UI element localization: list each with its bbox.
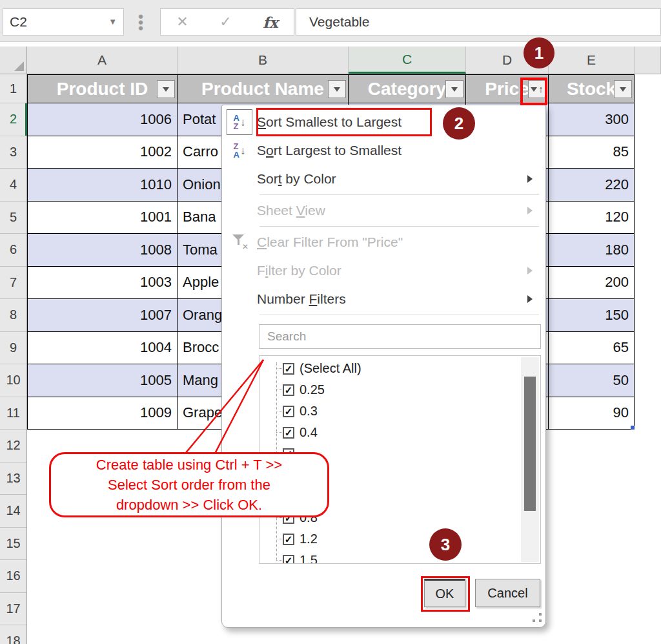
cell-E7[interactable]: 200: [549, 267, 635, 300]
menu-item-label: Filter by Color: [257, 263, 527, 278]
cell-E3[interactable]: 85: [549, 136, 635, 169]
filter-value-item-selectall[interactable]: ✓(Select All): [259, 358, 540, 379]
row-header-9[interactable]: 9: [0, 332, 26, 365]
filter-button-stock[interactable]: [614, 80, 632, 98]
row-header-7[interactable]: 7: [0, 267, 26, 300]
cell-E9[interactable]: 65: [549, 332, 635, 365]
cell-A3[interactable]: 1002: [27, 136, 178, 169]
menu-item-icon-slot: AZ↓: [222, 109, 257, 135]
row-header-1[interactable]: 1: [0, 74, 26, 103]
table-header-price[interactable]: Price↑: [466, 74, 549, 103]
column-header-C[interactable]: C: [349, 47, 466, 74]
table-header-product-id[interactable]: Product ID: [27, 74, 178, 103]
cancel-button[interactable]: Cancel: [475, 579, 540, 607]
filter-value-item-0.4[interactable]: ✓0.4: [259, 422, 540, 443]
row-header-16[interactable]: 16: [0, 560, 26, 593]
filter-value-label: 0.4: [300, 425, 318, 440]
formula-value: Vegetable: [309, 14, 369, 29]
row-header-3[interactable]: 3: [0, 136, 26, 169]
resize-grip-icon[interactable]: [533, 613, 542, 622]
menu-item-number-filters[interactable]: Number Filters: [222, 285, 545, 313]
submenu-arrow-icon: [527, 207, 536, 214]
formula-enter-button[interactable]: ✓: [213, 14, 238, 30]
row-header-18[interactable]: 18: [0, 625, 26, 644]
row-header-12[interactable]: 12: [0, 430, 26, 462]
filter-button-product-id[interactable]: [157, 80, 175, 98]
step-badge-1: 1: [524, 37, 554, 68]
cell-E8[interactable]: 150: [549, 299, 635, 332]
header-label: Stock: [567, 79, 616, 99]
checkbox-icon[interactable]: ✓: [283, 555, 294, 565]
table-header-product-name[interactable]: Product Name: [178, 74, 349, 103]
cell-A11[interactable]: 1009: [27, 397, 178, 430]
cell-E2[interactable]: 300: [549, 103, 635, 136]
menu-item-sort-largest-to-smallest[interactable]: ZA↓Sort Largest to Smallest: [222, 136, 545, 165]
row-header-5[interactable]: 5: [0, 202, 26, 234]
menu-item-sort-smallest-to-largest[interactable]: AZ↓Sort Smallest to Largest: [222, 108, 545, 136]
menu-item-sort-by-color[interactable]: Sort by Color: [222, 165, 545, 193]
cell-A2[interactable]: 1006: [27, 103, 178, 136]
filter-button-category[interactable]: [445, 80, 463, 98]
filter-button-price[interactable]: ↑: [528, 80, 546, 98]
column-header-A[interactable]: A: [27, 47, 178, 74]
step-badge-2: 2: [443, 107, 475, 140]
name-box[interactable]: C2 ▼: [3, 8, 124, 36]
select-all-corner[interactable]: [0, 47, 27, 74]
callout-line: Select Sort order from the: [108, 475, 270, 495]
ok-button[interactable]: OK: [424, 579, 465, 607]
dots-separator-icon: ●●●: [137, 13, 144, 30]
table-header-category[interactable]: Category: [349, 74, 466, 103]
row-header-14[interactable]: 14: [0, 495, 26, 528]
row-header-10[interactable]: 10: [0, 364, 26, 397]
sort-ascending-icon: ↑: [538, 84, 544, 94]
table-header-stock[interactable]: Stock: [549, 74, 635, 103]
filter-arrow-icon: [451, 87, 458, 95]
scrollbar-track[interactable]: [521, 357, 539, 562]
row-header-17[interactable]: 17: [0, 593, 26, 626]
row-header-4[interactable]: 4: [0, 169, 26, 202]
cell-A8[interactable]: 1007: [27, 299, 178, 332]
chevron-down-icon[interactable]: ▼: [108, 9, 117, 35]
menu-item-icon-slot: ✕: [222, 234, 257, 250]
checkbox-icon[interactable]: ✓: [283, 363, 294, 375]
filter-value-item-0.3[interactable]: ✓0.3: [259, 400, 540, 422]
filter-button-product-name[interactable]: [328, 80, 346, 98]
cell-E6[interactable]: 180: [549, 234, 635, 267]
header-label: Category: [368, 79, 446, 99]
row-header-13[interactable]: 13: [0, 462, 26, 495]
checkbox-icon[interactable]: ✓: [283, 384, 294, 396]
row-header-6[interactable]: 6: [0, 234, 26, 267]
row-header-15[interactable]: 15: [0, 528, 26, 561]
row-header-11[interactable]: 11: [0, 397, 26, 430]
table-resize-handle[interactable]: [631, 426, 635, 430]
cell-E11[interactable]: 90: [549, 397, 635, 430]
cell-A9[interactable]: 1004: [27, 332, 178, 365]
filter-value-label: (Select All): [300, 361, 361, 376]
scrollbar-thumb[interactable]: [524, 377, 536, 511]
cell-A6[interactable]: 1008: [27, 234, 178, 267]
cell-E10[interactable]: 50: [549, 364, 635, 397]
cell-E4[interactable]: 220: [549, 169, 635, 202]
search-input[interactable]: [259, 324, 541, 349]
insert-function-icon[interactable]: fx: [256, 14, 285, 31]
column-header-E[interactable]: E: [549, 47, 635, 74]
filter-value-item-0.25[interactable]: ✓0.25: [259, 379, 540, 400]
cell-A4[interactable]: 1010: [27, 169, 178, 202]
cell-A7[interactable]: 1003: [27, 267, 178, 300]
name-box-value: C2: [10, 14, 27, 29]
checkbox-icon[interactable]: ✓: [283, 427, 294, 439]
cell-A5[interactable]: 1001: [27, 202, 178, 234]
filter-value-item-1.2[interactable]: ✓1.2: [259, 528, 540, 550]
formula-cancel-button[interactable]: ✕: [170, 14, 194, 30]
formula-input[interactable]: Vegetable: [296, 8, 661, 36]
cell-A10[interactable]: 1005: [27, 364, 178, 397]
checkbox-icon[interactable]: ✓: [283, 406, 294, 417]
row-header-8[interactable]: 8: [0, 299, 26, 332]
column-header-B[interactable]: B: [178, 47, 349, 74]
header-label: Price: [485, 79, 529, 99]
checkbox-icon[interactable]: ✓: [283, 534, 294, 545]
filter-arrow-icon: [531, 87, 537, 95]
row-header-2[interactable]: 2: [0, 103, 26, 136]
cell-E5[interactable]: 120: [549, 202, 635, 234]
filter-value-item-1.5[interactable]: ✓1.5: [259, 550, 540, 564]
